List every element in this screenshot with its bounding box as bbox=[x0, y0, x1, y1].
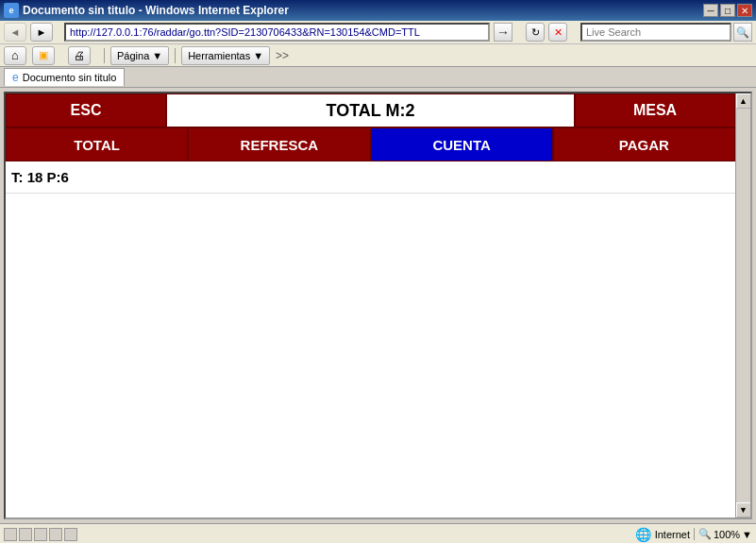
content-scroll-wrapper: ESC TOTAL M:2 MESA TOTAL REFRESCA bbox=[6, 93, 750, 518]
info-row: T: 18 P:6 bbox=[6, 161, 735, 194]
herramientas-button[interactable]: Herramientas ▼ bbox=[181, 46, 270, 65]
back-button[interactable]: ◄ bbox=[4, 23, 26, 42]
zoom-arrow[interactable]: ▼ bbox=[742, 529, 752, 540]
title-bar: e Documento sin titulo - Windows Interne… bbox=[0, 0, 756, 21]
pagina-label: Página bbox=[117, 50, 149, 61]
ie-toolbar: ◄ ► → ↻ ✕ 🔍 ⌂ ▣ 🖨 Página ▼ Herramientas … bbox=[0, 21, 756, 88]
scroll-up-button[interactable]: ▲ bbox=[736, 93, 751, 109]
search-input[interactable] bbox=[580, 23, 731, 42]
zoom-icon: 🔍 bbox=[698, 528, 712, 540]
go-button[interactable]: → bbox=[494, 23, 512, 42]
window-title: Documento sin titulo - Windows Internet … bbox=[23, 4, 289, 17]
status-seg-3[interactable] bbox=[34, 528, 47, 541]
status-seg-1[interactable] bbox=[4, 528, 17, 541]
status-seg-2[interactable] bbox=[19, 528, 32, 541]
tab-documento[interactable]: e Documento sin titulo bbox=[4, 68, 125, 86]
address-input[interactable] bbox=[64, 23, 490, 42]
status-items bbox=[4, 528, 631, 541]
status-bar: 🌐 Internet 🔍 100% ▼ bbox=[0, 523, 756, 543]
content-main: ESC TOTAL M:2 MESA TOTAL REFRESCA bbox=[6, 93, 735, 518]
divider bbox=[104, 48, 105, 63]
tab-label: Documento sin titulo bbox=[23, 72, 117, 83]
internet-icon: 🌐 bbox=[635, 527, 651, 542]
button-row-2: TOTAL REFRESCA CUENTA PAGAR bbox=[6, 127, 735, 161]
status-internet: 🌐 Internet bbox=[635, 527, 690, 542]
stop-button[interactable]: ✕ bbox=[548, 23, 567, 42]
button-row-1: ESC TOTAL M:2 MESA bbox=[6, 93, 735, 127]
forward-button[interactable]: ► bbox=[30, 23, 53, 42]
rss-button[interactable]: ▣ bbox=[32, 46, 55, 65]
links-bar: ⌂ ▣ 🖨 Página ▼ Herramientas ▼ >> bbox=[0, 43, 756, 66]
status-seg-5[interactable] bbox=[64, 528, 77, 541]
zoom-label: 100% bbox=[714, 529, 740, 540]
search-container: 🔍 bbox=[580, 23, 752, 42]
herramientas-arrow: ▼ bbox=[253, 50, 263, 61]
cuenta-button[interactable]: CUENTA bbox=[371, 127, 553, 161]
herramientas-label: Herramientas bbox=[188, 50, 250, 61]
window-icon: e bbox=[4, 3, 19, 18]
pagina-arrow: ▼ bbox=[152, 50, 162, 61]
mesa-button[interactable]: MESA bbox=[575, 93, 735, 127]
tab-icon: e bbox=[12, 71, 19, 84]
maximize-button[interactable]: □ bbox=[720, 4, 735, 17]
esc-button[interactable]: ESC bbox=[6, 93, 166, 127]
minimize-button[interactable]: ─ bbox=[703, 4, 718, 17]
total-m-button[interactable]: TOTAL M:2 bbox=[166, 93, 575, 127]
internet-label: Internet bbox=[655, 529, 690, 540]
pagina-button[interactable]: Página ▼ bbox=[110, 46, 169, 65]
print-button[interactable]: 🖨 bbox=[68, 46, 91, 65]
status-seg-4[interactable] bbox=[49, 528, 62, 541]
search-button[interactable]: 🔍 bbox=[733, 23, 752, 42]
scroll-down-button[interactable]: ▼ bbox=[736, 502, 751, 518]
divider2 bbox=[175, 48, 176, 63]
more-tools-button[interactable]: >> bbox=[276, 49, 289, 62]
zoom-area: 🔍 100% ▼ bbox=[694, 528, 752, 540]
refresca-button[interactable]: REFRESCA bbox=[188, 127, 370, 161]
info-text: T: 18 P:6 bbox=[11, 169, 69, 185]
browser-content: ESC TOTAL M:2 MESA TOTAL REFRESCA bbox=[4, 92, 752, 519]
tab-bar: e Documento sin titulo bbox=[0, 66, 756, 87]
close-button[interactable]: ✕ bbox=[737, 4, 752, 17]
address-bar-row: ◄ ► → ↻ ✕ 🔍 bbox=[0, 21, 756, 43]
home-button[interactable]: ⌂ bbox=[4, 46, 26, 65]
refresh-button[interactable]: ↻ bbox=[526, 23, 545, 42]
content-area: ESC TOTAL M:2 MESA TOTAL REFRESCA bbox=[0, 88, 756, 523]
total-button[interactable]: TOTAL bbox=[6, 127, 188, 161]
pagar-button[interactable]: PAGAR bbox=[553, 127, 735, 161]
scrollbar-right[interactable]: ▲ ▼ bbox=[735, 93, 750, 518]
